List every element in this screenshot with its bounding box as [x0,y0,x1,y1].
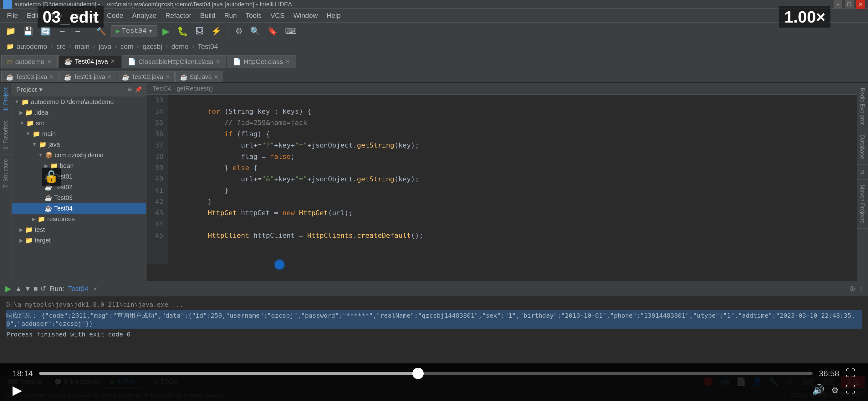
left-tab-structure[interactable]: 7: Structure [0,154,11,192]
tree-item-java[interactable]: ▼ 📁 java [12,139,146,150]
tab-test03-label: Test03.java [16,73,47,81]
tab-sql[interactable]: ☕ Sql.java ✕ [175,71,223,82]
video-icon-1[interactable]: 🔊 [812,384,825,396]
sidebar-pin-icon[interactable]: 📌 [135,86,142,93]
coverage-button[interactable]: ⛾ [193,25,206,37]
tree-item-test04[interactable]: ☕ Test04 [12,203,146,214]
tab-bar-row2: ☕ Test03.java ✕ ☕ Test01.java ✕ ☕ Test02… [0,68,868,83]
video-icon-3[interactable]: ⛶ [845,384,856,396]
tree-item-autodemo[interactable]: ▼ 📁 autodemo D:\demo\autodemo [12,96,146,107]
open-file-button[interactable]: 📁 [3,25,18,37]
menu-code[interactable]: Code [103,10,127,21]
settings-button[interactable]: ⚙ [233,25,245,37]
tree-item-bean[interactable]: ▶ 📁 bean [12,161,146,171]
run-panel-expand[interactable]: ↑ [860,285,863,293]
sidebar-settings-icon[interactable]: ⚙ [127,86,132,93]
code-text[interactable]: for (String key : keys) { // ?id=259&nam… [168,95,857,264]
run-panel-header: ▶ ▲ ▼ ■ ↺ Run: Test04 ✕ ⚙ ↑ [0,281,868,296]
run-tab-name[interactable]: Test04 [68,285,88,293]
tree-folder-icon-resources: 📁 [37,215,45,223]
left-tab-favorites[interactable]: 2: Favorites [0,116,11,154]
run-panel-scroll-down[interactable]: ▼ [24,285,31,293]
breadcrumb-java[interactable]: java [99,42,111,51]
run-panel-run-button[interactable]: ▶ [5,284,11,293]
video-fullscreen-icon[interactable]: ⛶ [845,368,856,380]
menu-file[interactable]: File [3,10,22,21]
bookmark-button[interactable]: 🔖 [265,25,280,37]
tab-autodemo-close[interactable]: ✕ [47,58,52,65]
video-play-button[interactable]: ▶ [12,383,22,397]
tree-file-icon-test03: ☕ [44,194,52,201]
right-tab-m[interactable]: m [857,165,868,179]
tab-test02-close[interactable]: ✕ [165,74,170,81]
video-progress-thumb[interactable] [412,368,424,379]
run-panel-scroll-up[interactable]: ▲ [15,285,22,293]
tree-item-idea[interactable]: ▶ 📁 .idea [12,107,146,118]
menu-refactor[interactable]: Refactor [161,10,195,21]
menu-tools[interactable]: Tools [242,10,265,21]
breadcrumb-qzcsbj[interactable]: qzcsbj [143,42,162,51]
tree-item-package[interactable]: ▼ 📦 com.qzcsbj.demo [12,150,146,161]
tree-item-target[interactable]: ▶ 📁 target [12,235,146,246]
maximize-button[interactable]: □ [845,0,854,9]
tree-item-test03[interactable]: ☕ Test03 [12,192,146,203]
sidebar-header[interactable]: Project ▾ ⚙ 📌 [12,83,146,96]
menu-window[interactable]: Window [289,10,321,21]
tree-arrow-main: ▼ [26,131,31,137]
close-button[interactable]: ✕ [856,0,865,9]
tree-item-main[interactable]: ▼ 📁 main [12,128,146,139]
menu-analyze[interactable]: Analyze [128,10,160,21]
menu-run[interactable]: Run [220,10,240,21]
run-panel-rerun-btn[interactable]: ↺ [40,285,46,293]
breadcrumb-autodemo[interactable]: autodemo [17,42,47,51]
run-panel-stop-btn[interactable]: ■ [34,285,38,293]
breadcrumb-main[interactable]: main [75,42,90,51]
tab-test04-close[interactable]: ✕ [111,58,115,65]
tab-httpget-close[interactable]: ✕ [285,58,290,65]
tree-item-src[interactable]: ▼ 📁 src [12,118,146,128]
run-button[interactable]: ▶ [160,24,172,38]
tab-sql-close[interactable]: ✕ [214,74,218,81]
tree-item-resources[interactable]: ▶ 📁 resources [12,214,146,224]
save-button[interactable]: 💾 [21,25,36,37]
tree-item-test[interactable]: ▶ 📁 test [12,224,146,235]
video-icon-2[interactable]: ⚙ [832,384,838,396]
app-window: autodemo [D:\demo\autodemo] - ...\src\ma… [0,0,868,401]
run-config-selector[interactable]: ▶ Test04 ▾ [111,25,157,37]
breadcrumb-src[interactable]: src [56,42,65,51]
run-output-json: {"code":2011,"msg":"查询用户成功","data":{"id"… [6,312,855,327]
left-tab-project[interactable]: 1: Project [0,83,11,116]
minimize-button[interactable]: － [834,0,842,9]
breadcrumb-demo[interactable]: demo [171,42,188,51]
code-line-35: if (flag) { [175,130,270,138]
tab-closeablehttpclient[interactable]: 📄 CloseableHttpClient.class ✕ [122,55,226,68]
toolbar: 📁 💾 🔄 ← → 🔨 ▶ Test04 ▾ ▶ 🐛 ⛾ ⚡ ⚙ 🔍 🔖 ⌨ [0,23,868,40]
debug-button[interactable]: 🐛 [175,25,191,37]
run-tab-close[interactable]: ✕ [93,285,97,293]
profile-button[interactable]: ⚡ [209,25,224,37]
run-panel-settings[interactable]: ⚙ [849,285,856,293]
tab-closeablehttpclient-close[interactable]: ✕ [216,58,220,65]
video-progress-bar[interactable] [39,372,813,375]
breadcrumb-test04[interactable]: Test04 [198,42,218,51]
tree-item-test01[interactable]: ☕ Test01 [12,171,146,182]
tab-httpget[interactable]: 📄 HttpGet.class ✕ [227,55,296,68]
tab-test04[interactable]: ☕ Test04.java ✕ [58,55,121,68]
tab-test01-close[interactable]: ✕ [107,74,112,81]
tab-test03[interactable]: ☕ Test03.java ✕ [1,71,59,82]
menu-vcs[interactable]: VCS [267,10,288,21]
menu-help[interactable]: Help [323,10,344,21]
menu-build[interactable]: Build [196,10,219,21]
tab-test01[interactable]: ☕ Test01.java ✕ [59,71,116,82]
tree-item-test02[interactable]: ☕ Test02 [12,182,146,192]
code-editor[interactable]: Test04 › getRequest() 33 34 35 36 37 38 … [147,83,857,281]
tab-test02[interactable]: ☕ Test02.java ✕ [117,71,174,82]
right-tab-database[interactable]: Database [857,130,868,165]
right-tab-redis[interactable]: Redis Explorer [857,83,868,130]
tab-autodemo[interactable]: m autodemo ✕ [1,55,58,68]
terminal-button[interactable]: ⌨ [283,25,300,37]
search-everywhere-button[interactable]: 🔍 [248,25,262,37]
tab-test03-close[interactable]: ✕ [49,74,54,81]
right-tab-maven[interactable]: Maven Projects [857,179,868,229]
breadcrumb-com[interactable]: com [121,42,134,51]
